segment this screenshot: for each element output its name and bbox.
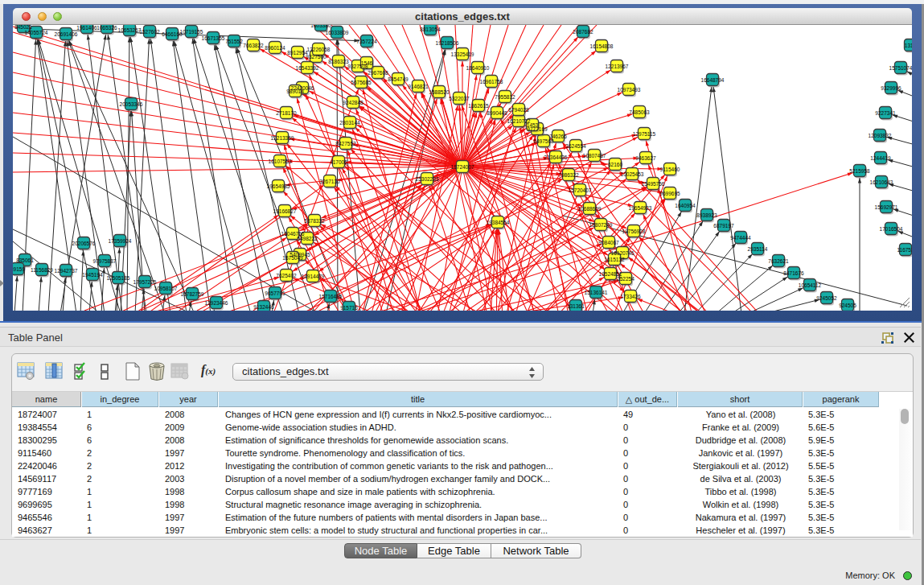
svg-text:15720407: 15720407 <box>569 187 592 193</box>
svg-text:12942737: 12942737 <box>55 268 78 274</box>
svg-text:3267130: 3267130 <box>319 179 340 184</box>
svg-text:9329996: 9329996 <box>881 85 901 91</box>
svg-text:1527602: 1527602 <box>139 29 160 35</box>
svg-text:21364436: 21364436 <box>544 154 568 160</box>
svg-text:10688609: 10688609 <box>578 206 602 212</box>
svg-text:10973493: 10973493 <box>618 87 641 93</box>
svg-text:9084067: 9084067 <box>598 240 619 245</box>
svg-text:20053346: 20053346 <box>120 101 143 107</box>
svg-text:9242848: 9242848 <box>343 100 363 105</box>
svg-text:15136141: 15136141 <box>585 290 608 295</box>
svg-text:924505: 924505 <box>839 303 856 308</box>
svg-text:915716: 915716 <box>340 305 358 311</box>
svg-text:17957225: 17957225 <box>133 279 157 285</box>
svg-text:8990448: 8990448 <box>487 110 507 116</box>
svg-text:7663822: 7663822 <box>243 43 264 48</box>
svg-text:18807249: 18807249 <box>589 222 613 228</box>
svg-text:12975115: 12975115 <box>633 131 656 137</box>
svg-text:5878332: 5878332 <box>304 218 325 224</box>
svg-text:1575049: 1575049 <box>282 255 303 261</box>
svg-text:19654985: 19654985 <box>267 183 290 189</box>
svg-text:5215958: 5215958 <box>849 168 870 174</box>
svg-text:11156829: 11156829 <box>31 267 53 273</box>
svg-text:8912954: 8912954 <box>287 50 308 56</box>
svg-text:15692971: 15692971 <box>875 204 898 210</box>
svg-text:14055724: 14055724 <box>25 30 48 35</box>
svg-text:10807487: 10807487 <box>583 153 606 159</box>
svg-text:1312: 1312 <box>905 43 912 48</box>
svg-text:10654112: 10654112 <box>799 282 822 288</box>
svg-text:10958107: 10958107 <box>154 286 178 291</box>
svg-text:15716485: 15716485 <box>319 294 343 299</box>
svg-text:12213967: 12213967 <box>606 64 629 69</box>
svg-text:116753: 116753 <box>897 247 912 253</box>
svg-text:16671355: 16671355 <box>202 35 225 41</box>
svg-text:15495756: 15495756 <box>642 181 665 187</box>
svg-text:19218506: 19218506 <box>436 40 459 46</box>
svg-text:16782759: 16782759 <box>181 291 204 297</box>
svg-text:835061: 835061 <box>16 257 34 263</box>
svg-text:6497568: 6497568 <box>533 138 554 144</box>
svg-text:2935114: 2935114 <box>748 246 768 252</box>
svg-text:1961406: 1961406 <box>76 25 97 31</box>
svg-text:5498222: 5498222 <box>297 236 318 241</box>
svg-text:20206576: 20206576 <box>72 241 96 246</box>
svg-text:12093832: 12093832 <box>869 133 892 138</box>
svg-text:5675685: 5675685 <box>351 80 372 85</box>
svg-text:18640910: 18640910 <box>466 65 490 71</box>
svg-text:1244419: 1244419 <box>870 155 891 161</box>
svg-text:1603380: 1603380 <box>310 25 331 28</box>
svg-text:7632621: 7632621 <box>768 258 789 264</box>
svg-text:9115460: 9115460 <box>660 167 680 172</box>
svg-text:2718170: 2718170 <box>276 110 297 116</box>
svg-text:1546: 1546 <box>361 60 373 66</box>
svg-text:751552: 751552 <box>225 39 243 44</box>
svg-text:7986322: 7986322 <box>558 172 579 178</box>
svg-text:16107553: 16107553 <box>269 159 292 164</box>
svg-text:16961758: 16961758 <box>480 79 503 84</box>
svg-text:18724007: 18724007 <box>451 164 474 170</box>
svg-text:17359924: 17359924 <box>109 238 132 244</box>
svg-text:12213369: 12213369 <box>271 135 294 141</box>
svg-text:417006: 417006 <box>330 159 347 165</box>
svg-text:1588520: 1588520 <box>429 89 450 95</box>
svg-text:62160: 62160 <box>608 162 622 167</box>
svg-text:7357224: 7357224 <box>356 39 377 44</box>
svg-text:20691406: 20691406 <box>55 31 78 37</box>
svg-text:1362615: 1362615 <box>468 103 489 109</box>
svg-text:989014: 989014 <box>286 89 304 94</box>
svg-text:9327500: 9327500 <box>306 54 326 60</box>
svg-text:9463627: 9463627 <box>635 155 656 161</box>
svg-text:8471676: 8471676 <box>783 270 804 276</box>
svg-text:17016504: 17016504 <box>880 226 903 232</box>
svg-text:7485063: 7485063 <box>629 109 650 115</box>
svg-text:8454749: 8454749 <box>388 76 409 82</box>
svg-text:8938923: 8938923 <box>696 212 717 218</box>
svg-text:9132446: 9132446 <box>253 304 274 310</box>
svg-text:2967608: 2967608 <box>368 70 388 76</box>
svg-text:6879197: 6879197 <box>713 223 734 229</box>
svg-text:9699695: 9699695 <box>659 191 680 196</box>
svg-text:12923446: 12923446 <box>205 300 228 306</box>
svg-text:25302233: 25302233 <box>416 176 439 182</box>
svg-text:3624554: 3624554 <box>565 143 586 149</box>
svg-text:15751074: 15751074 <box>889 65 912 71</box>
svg-text:1945194: 1945194 <box>82 272 103 278</box>
svg-text:16033809: 16033809 <box>326 30 349 35</box>
svg-text:19654923: 19654923 <box>629 205 652 211</box>
svg-text:8186323: 8186323 <box>328 59 349 64</box>
svg-text:5322037: 5322037 <box>449 96 470 101</box>
svg-text:13325419: 13325419 <box>451 51 474 57</box>
svg-text:19384554: 19384554 <box>487 220 510 225</box>
svg-text:7955812: 7955812 <box>495 94 515 100</box>
svg-text:16648794: 16648794 <box>701 77 725 83</box>
svg-text:9227341: 9227341 <box>875 110 896 116</box>
svg-text:39159: 39159 <box>13 266 25 272</box>
svg-text:19166827: 19166827 <box>273 208 297 214</box>
svg-text:2087682: 2087682 <box>573 29 593 35</box>
svg-text:97975887: 97975887 <box>93 258 117 264</box>
svg-text:13226058: 13226058 <box>307 47 331 52</box>
svg-text:7625402: 7625402 <box>276 273 297 278</box>
svg-text:9474444: 9474444 <box>730 235 751 241</box>
svg-text:8427552: 8427552 <box>335 141 356 146</box>
